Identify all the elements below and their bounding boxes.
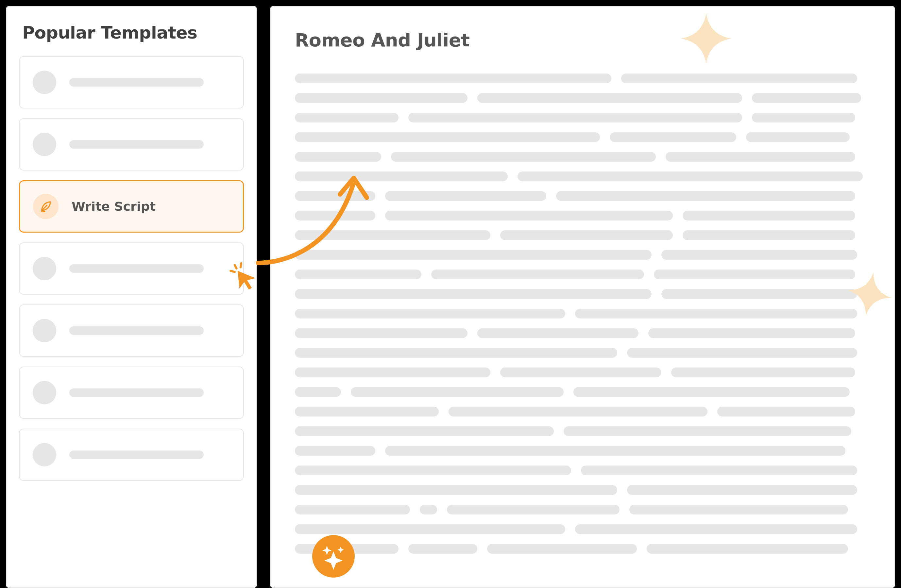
template-card[interactable] bbox=[19, 243, 244, 295]
template-label-placeholder bbox=[69, 264, 204, 273]
template-card-write-script[interactable]: Write Script bbox=[19, 180, 244, 233]
template-label-placeholder bbox=[69, 78, 204, 87]
template-list: Write Script bbox=[19, 56, 244, 481]
templates-panel-title: Popular Templates bbox=[22, 23, 244, 42]
document-body-placeholder bbox=[295, 73, 870, 554]
template-card[interactable] bbox=[19, 305, 244, 357]
template-icon-placeholder bbox=[33, 443, 56, 467]
template-label-placeholder bbox=[69, 451, 204, 459]
template-label-placeholder bbox=[69, 326, 204, 335]
template-label-placeholder bbox=[69, 140, 204, 149]
template-card[interactable] bbox=[19, 367, 244, 419]
template-card[interactable] bbox=[19, 429, 244, 481]
template-label: Write Script bbox=[72, 199, 156, 214]
template-card[interactable] bbox=[19, 118, 244, 171]
template-icon-placeholder bbox=[33, 319, 56, 342]
template-card[interactable] bbox=[19, 56, 244, 109]
feather-icon bbox=[33, 194, 59, 219]
templates-panel: Popular Templates Write Script bbox=[6, 6, 257, 588]
template-label-placeholder bbox=[69, 389, 204, 397]
template-icon-placeholder bbox=[33, 381, 56, 404]
template-icon-placeholder bbox=[33, 257, 56, 280]
template-icon-placeholder bbox=[33, 70, 56, 94]
template-icon-placeholder bbox=[33, 133, 56, 156]
document-panel: Romeo And Juliet bbox=[270, 6, 895, 588]
document-title: Romeo And Juliet bbox=[295, 30, 870, 51]
